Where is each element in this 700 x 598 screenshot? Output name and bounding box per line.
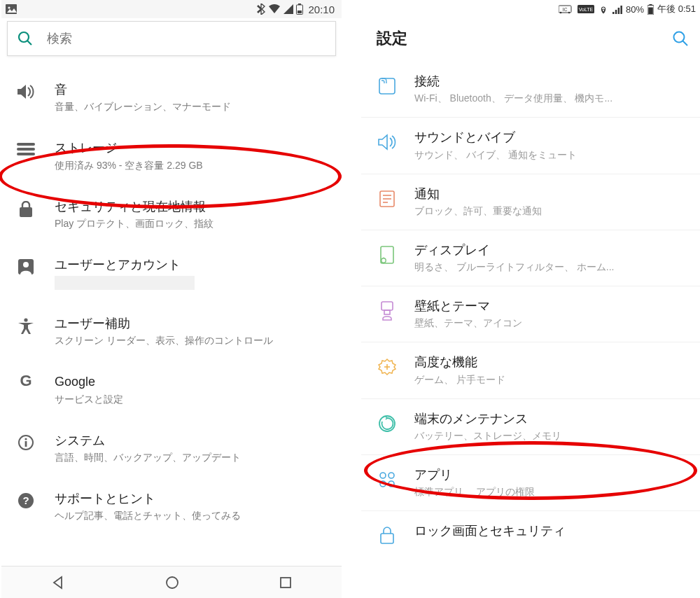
nav-back-button[interactable] <box>51 576 65 590</box>
status-time: 20:10 <box>308 4 335 15</box>
info-icon <box>14 432 38 450</box>
bluetooth-icon <box>257 4 265 15</box>
item-subtitle: 言語、時間、バックアップ、アップデート <box>55 450 328 465</box>
settings-item-google[interactable]: G Google サービスと設定 <box>1 361 342 419</box>
svg-point-23 <box>560 12 562 14</box>
battery-label: 80% <box>626 4 644 15</box>
svg-line-6 <box>27 41 31 45</box>
item-title: セキュリティと現在地情報 <box>55 198 328 215</box>
svg-point-24 <box>568 12 570 14</box>
nav-recent-button[interactable] <box>279 576 292 589</box>
svg-rect-9 <box>17 153 35 155</box>
item-title: Google <box>55 373 328 390</box>
item-subtitle: Play プロテクト、画面ロック、指紋 <box>55 216 328 231</box>
item-title: 端末のメンテナンス <box>414 410 689 427</box>
svg-point-12 <box>23 262 29 267</box>
search-input[interactable] <box>46 31 326 47</box>
sound-icon <box>375 130 399 154</box>
google-icon: G <box>14 373 38 389</box>
apps-icon <box>375 468 399 492</box>
settings-item-accessibility[interactable]: ユーザー補助 スクリーン リーダー、表示、操作のコントロール <box>1 303 342 361</box>
item-subtitle: ブロック、許可、重要な通知 <box>414 204 689 218</box>
svg-rect-30 <box>620 6 622 14</box>
settings-item-wallpaper[interactable]: 壁紙とテーマ 壁紙、テーマ、アイコン <box>361 286 700 342</box>
accessibility-icon <box>14 315 38 335</box>
nav-home-button[interactable] <box>165 576 179 590</box>
svg-point-42 <box>382 258 386 263</box>
settings-item-apps[interactable]: アプリ 標準アプリ、 アプリの権限 <box>361 455 700 511</box>
svg-line-35 <box>683 41 688 46</box>
status-time: 午後 0:51 <box>657 3 696 15</box>
battery-icon <box>648 4 654 15</box>
item-subtitle: サウンド、 バイブ、 通知をミュート <box>414 148 689 162</box>
settings-header: 設定 <box>361 18 700 62</box>
account-icon <box>14 256 38 274</box>
settings-item-support[interactable]: ? サポートとヒント ヘルプ記事、電話とチャット、使ってみる <box>1 478 342 536</box>
item-title: 壁紙とテーマ <box>414 298 689 314</box>
svg-rect-16 <box>25 441 27 447</box>
svg-point-51 <box>380 473 386 478</box>
item-subtitle: 音量、バイブレーション、マナーモード <box>55 99 328 114</box>
item-title: アプリ <box>414 466 689 483</box>
svg-rect-28 <box>615 10 617 14</box>
item-title: ディスプレイ <box>414 242 689 258</box>
item-title: ユーザーとアカウント <box>55 256 328 273</box>
item-subtitle <box>55 276 195 290</box>
item-title: システム <box>55 432 328 449</box>
svg-rect-46 <box>382 302 393 310</box>
svg-rect-20 <box>281 578 290 587</box>
svg-rect-33 <box>648 7 653 14</box>
svg-point-5 <box>19 32 29 42</box>
settings-item-connections[interactable]: 接続 Wi-Fi、 Bluetooth、 データ使用量、 機内モ... <box>361 62 700 118</box>
battery-icon <box>296 4 303 15</box>
settings-item-sound[interactable]: 音 音量、バイブレーション、マナーモード <box>1 69 342 127</box>
settings-list[interactable]: 音 音量、バイブレーション、マナーモード ストレージ 使用済み 93% - 空き… <box>1 60 342 566</box>
settings-item-lock-security[interactable]: ロック画面とセキュリティ <box>361 511 700 548</box>
svg-rect-41 <box>381 246 393 263</box>
phone-left: 20:10 音 音量、バイブレーション、マナーモード ストレージ 使用済み <box>1 0 342 598</box>
item-subtitle: ゲーム、 片手モード <box>414 373 689 387</box>
item-title: ロック画面とセキュリティ <box>414 522 689 539</box>
svg-point-54 <box>388 481 394 487</box>
settings-item-storage[interactable]: ストレージ 使用済み 93% - 空き容量 2.29 GB <box>1 127 342 185</box>
settings-item-accounts[interactable]: ユーザーとアカウント <box>1 244 342 303</box>
settings-item-maintenance[interactable]: 端末のメンテナンス バッテリー、ストレージ、メモリ <box>361 399 700 455</box>
svg-point-1 <box>8 6 10 8</box>
svg-point-53 <box>380 481 386 487</box>
settings-item-notifications[interactable]: 通知 ブロック、許可、重要な通知 <box>361 174 700 230</box>
storage-icon <box>14 139 38 156</box>
item-subtitle: 標準アプリ、 アプリの権限 <box>414 485 689 499</box>
svg-rect-10 <box>20 207 32 217</box>
wifi-icon <box>598 5 609 14</box>
maintenance-icon <box>375 412 399 436</box>
item-title: サウンドとバイブ <box>414 129 689 146</box>
settings-item-advanced[interactable]: 高度な機能 ゲーム、 片手モード <box>361 342 700 398</box>
settings-item-security[interactable]: セキュリティと現在地情報 Play プロテクト、画面ロック、指紋 <box>1 186 342 244</box>
navigation-bar <box>1 566 342 598</box>
item-subtitle: Wi-Fi、 Bluetooth、 データ使用量、 機内モ... <box>414 91 689 106</box>
display-icon <box>375 243 399 267</box>
svg-rect-29 <box>618 8 620 14</box>
item-title: 通知 <box>414 186 689 202</box>
help-icon: ? <box>14 490 38 508</box>
settings-item-system[interactable]: システム 言語、時間、バックアップ、アップデート <box>1 419 342 478</box>
svg-point-15 <box>24 438 27 440</box>
item-title: ストレージ <box>55 139 328 156</box>
item-subtitle: 壁紙、テーマ、アイコン <box>414 316 689 331</box>
item-title: 高度な機能 <box>414 354 689 370</box>
item-subtitle: サービスと設定 <box>55 392 328 407</box>
signal-icon <box>612 5 622 14</box>
phone-right: IC VoLTE 80% 午後 0:51 設定 接続 Wi-Fi、 <box>361 0 700 598</box>
svg-point-19 <box>167 577 178 588</box>
svg-text:?: ? <box>22 494 29 506</box>
search-bar[interactable] <box>7 21 336 56</box>
wifi-icon <box>268 4 281 14</box>
settings-item-display[interactable]: ディスプレイ 明るさ、 ブルーライトフィルター、 ホーム... <box>361 230 700 286</box>
page-title: 設定 <box>377 28 407 49</box>
settings-item-sounds[interactable]: サウンドとバイブ サウンド、 バイブ、 通知をミュート <box>361 118 700 174</box>
settings-list[interactable]: 接続 Wi-Fi、 Bluetooth、 データ使用量、 機内モ... サウンド… <box>361 62 700 598</box>
picture-icon <box>6 4 17 14</box>
connections-icon <box>375 74 399 98</box>
svg-point-13 <box>24 319 27 322</box>
search-button[interactable] <box>672 30 689 47</box>
